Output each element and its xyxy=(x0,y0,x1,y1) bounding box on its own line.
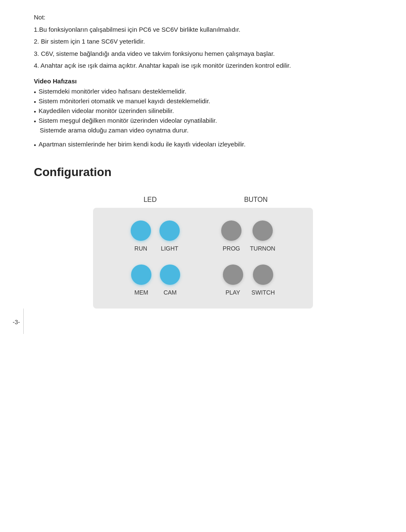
led-cam: CAM xyxy=(160,265,180,296)
led-group-1: RUN LIGHT xyxy=(131,221,180,252)
led-run: RUN xyxy=(131,221,151,252)
button-prog-circle xyxy=(221,221,241,241)
button-switch-label: SWITCH xyxy=(252,289,275,296)
led-run-circle xyxy=(131,221,151,241)
video-bullet-4: • Sistem meşgul değilken monitör üzerind… xyxy=(34,117,372,125)
button-turnon-label: TURNON xyxy=(250,245,275,252)
bullet-icon-2: • xyxy=(34,98,36,105)
led-light-circle xyxy=(159,221,180,241)
button-play-label: PLAY xyxy=(225,289,240,296)
apartment-bullet-text: Apartman sistemlerinde her birim kendi k… xyxy=(38,141,245,148)
video-hafizasi-title: Video Hafızası xyxy=(34,77,372,86)
note-4: 4. Anahtar açık ise ışık daima açıktır. … xyxy=(34,61,372,71)
button-prog: PROG xyxy=(221,221,241,252)
apartment-bullet: • Apartman sistemlerinde her birim kendi… xyxy=(34,141,372,149)
led-cam-circle xyxy=(160,265,180,285)
note-1: 1.Bu fonksiyonların çalışabilmesi için P… xyxy=(34,25,372,35)
led-light: LIGHT xyxy=(159,221,180,252)
note-label: Not: xyxy=(34,13,372,22)
button-group-2: PLAY SWITCH xyxy=(223,265,275,296)
led-mem-label: MEM xyxy=(134,289,148,296)
led-run-label: RUN xyxy=(134,245,147,252)
video-bullet-1: • Sistemdeki monitörler video hafısanı d… xyxy=(34,88,372,96)
button-play: PLAY xyxy=(223,265,243,296)
button-turnon-circle xyxy=(252,221,273,241)
configuration-title: Configuration xyxy=(34,165,372,179)
note-3: 3. C6V, sisteme bağlandığı anda video ve… xyxy=(34,49,372,59)
led-mem-circle xyxy=(131,265,151,285)
video-bullet-3: • Kaydedilen videolar monitör üzerinden … xyxy=(34,107,372,115)
divider-left xyxy=(23,309,24,334)
led-light-label: LIGHT xyxy=(161,245,178,252)
col-header-buton: BUTON xyxy=(230,196,281,204)
col-headers: LED BUTON xyxy=(97,196,309,204)
video-bullet-4-text: Sistem meşgul değilken monitör üzerinden… xyxy=(38,117,217,124)
bullet-icon-4: • xyxy=(34,118,36,125)
led-group-2: MEM CAM xyxy=(131,265,180,296)
config-row-2: MEM CAM PLAY SWITCH xyxy=(110,265,296,296)
button-group-1: PROG TURNON xyxy=(221,221,275,252)
button-play-circle xyxy=(223,265,243,285)
page-number: -3- xyxy=(13,319,20,325)
bullet-icon-3: • xyxy=(34,108,36,115)
button-switch-circle xyxy=(253,265,273,285)
note-2: 2. Bir sistem için 1 tane SC6V yeterlidi… xyxy=(34,37,372,47)
led-cam-label: CAM xyxy=(164,289,177,296)
video-bullet-5: Sistemde arama olduğu zaman video oynatm… xyxy=(40,127,372,134)
video-bullet-2-text: Sistem mönitorleri otomatik ve manuel ka… xyxy=(38,97,210,105)
bullet-icon-apt: • xyxy=(34,141,36,149)
button-turnon: TURNON xyxy=(250,221,275,252)
config-box: RUN LIGHT PROG TURNON xyxy=(93,208,313,309)
video-bullet-2: • Sistem mönitorleri otomatik ve manuel … xyxy=(34,97,372,105)
page: Not: 1.Bu fonksiyonların çalışabilmesi i… xyxy=(0,0,406,334)
notes-section: Not: 1.Bu fonksiyonların çalışabilmesi i… xyxy=(34,13,372,149)
col-header-led: LED xyxy=(125,196,176,204)
button-prog-label: PROG xyxy=(222,245,240,252)
button-switch: SWITCH xyxy=(252,265,275,296)
video-bullet-5-text: Sistemde arama olduğu zaman video oynatm… xyxy=(40,127,189,134)
config-row-1: RUN LIGHT PROG TURNON xyxy=(110,221,296,252)
video-bullet-3-text: Kaydedilen videolar monitör üzerinden si… xyxy=(38,107,174,114)
config-area: LED BUTON RUN LIGHT xyxy=(34,196,372,309)
led-mem: MEM xyxy=(131,265,151,296)
video-bullet-1-text: Sistemdeki monitörler video hafısanı des… xyxy=(38,88,186,95)
bullet-icon-1: • xyxy=(34,88,36,96)
